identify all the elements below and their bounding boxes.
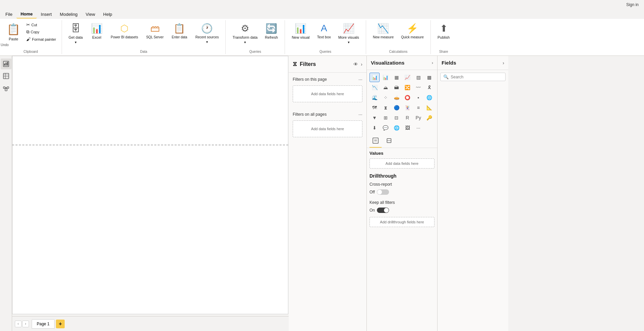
fields-expand-icon[interactable]: › [503,60,504,66]
viz-more[interactable]: ··· [413,123,423,133]
new-visual-button[interactable]: 📊 New visual [288,22,313,48]
viz-stacked-bar[interactable]: 📊 [369,73,380,82]
viz-ribbon[interactable]: 🎗 [424,83,434,92]
cross-report-toggle[interactable] [377,189,389,195]
filters-collapse-icon[interactable]: › [361,62,362,67]
transform-data-button[interactable]: ⚙ Transform data ▼ [229,22,261,48]
refresh-button[interactable]: 🔄 Refresh [262,22,282,48]
viz-python[interactable]: Py [413,113,423,122]
viz-header-icons: › [432,60,433,65]
viz-expand-icon[interactable]: › [432,60,433,65]
viz-scatter[interactable]: ⁘ [381,93,391,102]
menu-file[interactable]: File [1,10,17,18]
fields-search-box[interactable]: 🔍 [440,73,506,81]
paste-icon: 📋 [7,23,20,36]
viz-kpi[interactable]: 📐 [424,103,434,112]
viz-gauge[interactable]: 🔵 [391,103,401,112]
viz-decomposition[interactable]: ⬇ [369,123,380,133]
drillthrough-drop-zone[interactable]: Add drillthrough fields here [369,217,434,227]
viz-stacked-column[interactable]: ▨ [413,73,423,82]
viz-stacked-column-100[interactable]: ▩ [424,73,434,82]
insert-section: 📊 New visual A Text box 📈 More visuals ▼… [285,20,366,54]
canvas[interactable] [12,56,288,314]
menu-view[interactable]: View [82,10,99,18]
filters-on-this-page-label: Filters on this page [293,77,327,82]
viz-empty [424,123,434,133]
viz-r-script[interactable]: R [402,113,413,122]
viz-stacked-bar-100[interactable]: ▦ [391,73,401,82]
page-tab-1[interactable]: Page 1 [32,319,55,329]
viz-slicer[interactable]: ▼ [369,113,380,122]
sign-in-button[interactable]: Sign in [623,2,641,8]
cut-button[interactable]: ✂ Cut [24,22,58,28]
excel-button[interactable]: 📊 Excel [88,22,106,48]
model-view-icon[interactable] [1,83,11,94]
more-visuals-button[interactable]: 📈 More visuals ▼ [335,22,362,48]
viz-line-stacked[interactable]: 〰 [413,83,423,92]
viz-values-drop-zone[interactable]: Add data fields here [369,158,434,169]
viz-funnel[interactable]: ⧗ [381,103,391,112]
data-section: 🗄 Get data ▼ 📊 Excel ⬡ Power BI datasets… [62,20,226,54]
format-painter-button[interactable]: 🖌 Format painter [24,36,58,42]
viz-filled-map[interactable]: 🗺 [369,103,380,112]
add-page-button[interactable]: + [56,320,65,328]
page-next-btn[interactable]: › [22,321,29,327]
refresh-icon: 🔄 [265,23,277,34]
viz-tab-format[interactable] [383,135,395,148]
menu-help[interactable]: Help [99,10,116,18]
drillthrough-title: Drillthrough [369,170,434,181]
report-view-icon[interactable] [1,59,11,69]
viz-qa[interactable]: 💬 [381,123,391,133]
fields-search-input[interactable] [451,75,503,79]
viz-table[interactable]: ⊞ [381,113,391,122]
viz-azure-map[interactable]: 🌐 [391,123,401,133]
share-section: ⬆ Publish Share [431,20,456,54]
filters-panel: ⧖ Filters 👁 › Filters on this page ··· A… [289,56,367,331]
viz-matrix[interactable]: ⊟ [391,113,401,122]
filters-all-pages-drop-zone[interactable]: Add data fields here [293,120,362,137]
cross-report-off-label: Off [369,190,375,194]
menu-insert[interactable]: Insert [37,10,56,18]
viz-clustered-column[interactable]: 📈 [402,73,413,82]
viz-pie[interactable]: 🥧 [391,93,401,102]
page-prev-btn[interactable]: ‹ [15,321,22,327]
viz-stacked-area[interactable]: 🏔 [391,83,401,92]
quick-measure-button[interactable]: ⚡ Quick measure [398,22,427,48]
menu-home[interactable]: Home [17,10,37,19]
filters-this-page-more-icon[interactable]: ··· [358,77,362,82]
filters-this-page-drop-zone[interactable]: Add data fields here [293,85,362,102]
sql-server-button[interactable]: 🗃 SQL Server [143,22,167,48]
viz-line[interactable]: 📉 [369,83,380,92]
viz-clustered-bar[interactable]: 📊 [381,73,391,82]
calculations-section: 📉 New measure ⚡ Quick measure Calculatio… [366,20,431,54]
viz-donut[interactable]: ⭕ [402,93,413,102]
viz-card[interactable]: 🃏 [402,103,413,112]
menu-modeling[interactable]: Modeling [56,10,82,18]
viz-tab-build[interactable] [369,135,382,148]
viz-key-influencers[interactable]: 🔑 [424,113,434,122]
filters-all-pages-more-icon[interactable]: ··· [358,112,362,117]
viz-treemap[interactable]: ▪ [413,93,423,102]
viz-area[interactable]: ⛰ [381,83,391,92]
text-box-button[interactable]: A Text box [314,22,334,48]
enter-data-button[interactable]: 📋 Enter data [168,22,191,48]
copy-button[interactable]: ⧉ Copy [24,29,58,35]
publish-button[interactable]: ⬆ Publish [434,22,453,48]
get-data-button[interactable]: 🗄 Get data ▼ [65,22,86,48]
quick-measure-icon: ⚡ [407,23,418,34]
viz-map[interactable]: 🌐 [424,93,434,102]
viz-image[interactable]: 🖼 [402,123,413,133]
keep-all-filters-label: Keep all filters [369,199,434,206]
new-measure-button[interactable]: 📉 New measure [369,22,397,48]
data-view-icon[interactable] [1,71,11,81]
viz-waterfall[interactable]: 🌊 [369,93,380,102]
viz-line-clustered[interactable]: 🔀 [402,83,413,92]
menu-bar: File Home Insert Modeling View Help [0,9,644,19]
power-bi-datasets-button[interactable]: ⬡ Power BI datasets [107,22,141,48]
keep-all-filters-toggle[interactable] [377,208,389,213]
viz-multi-row-card[interactable]: ≡ [413,103,423,112]
filters-visibility-icon[interactable]: 👁 [353,62,358,67]
ribbon: 📋 Paste ✂ Cut ⧉ Copy 🖌 Format painter C [0,19,644,56]
filters-on-this-page-header: Filters on this page ··· [289,73,366,84]
recent-sources-button[interactable]: 🕐 Recent sources ▼ [192,22,222,48]
